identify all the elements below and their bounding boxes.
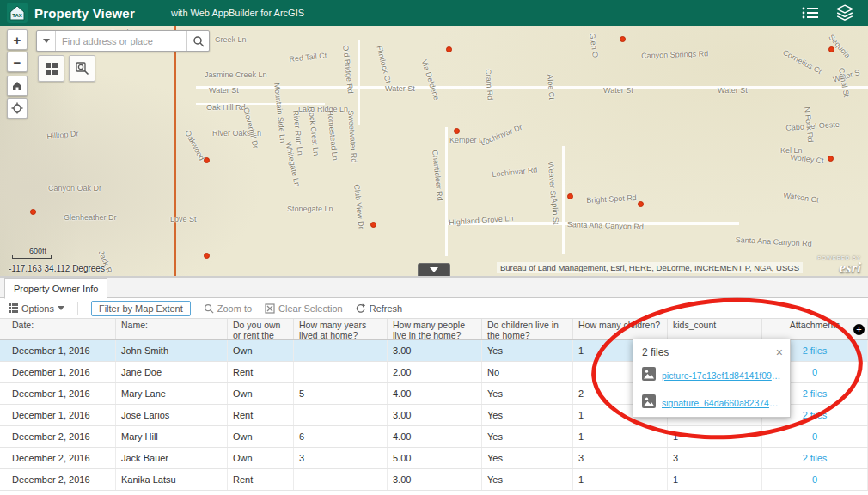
property-marker[interactable] (370, 222, 376, 228)
column-header[interactable]: Do children live in the home? (482, 319, 573, 339)
property-marker[interactable] (204, 253, 210, 259)
attachments-link[interactable]: 2 files (803, 410, 828, 420)
search-button[interactable] (186, 31, 209, 51)
property-marker[interactable] (828, 46, 834, 52)
table-cell: Own (228, 448, 294, 468)
layers-icon (835, 4, 854, 21)
options-button[interactable]: Options (9, 303, 64, 314)
app-title: Property Viewer (34, 6, 135, 21)
table-row[interactable]: December 2, 2016Jack BauerOwn35.00Yes332… (0, 448, 868, 469)
property-marker[interactable] (454, 128, 460, 134)
property-marker[interactable] (204, 157, 210, 163)
app-header: TAX Property Viewer with Web AppBuilder … (0, 0, 868, 26)
table-cell: 4.00 (388, 383, 482, 404)
zoom-to-button[interactable]: Zoom to (204, 303, 252, 314)
table-cell: Kanika Latsu (116, 469, 228, 490)
table-cell: Yes (482, 340, 573, 361)
table-cell: 0 (762, 469, 868, 490)
attachments-link[interactable]: 2 files (803, 345, 828, 356)
street-label: Chanticleer Rd (431, 150, 444, 201)
chevron-down-icon (430, 267, 438, 272)
street-label: Cornelius Ct (781, 48, 822, 76)
property-marker[interactable] (620, 36, 626, 42)
attachment-file-link[interactable]: picture-17c13ef1d84141f094... (662, 370, 781, 381)
table-cell: John Smith (116, 340, 228, 361)
table-cell: 3.00 (388, 405, 482, 425)
street-label: Flintlock Ct (375, 45, 392, 84)
column-header[interactable]: Name: (116, 319, 228, 339)
street-label: Creek Ln (215, 35, 247, 44)
table-cell: 1 (573, 469, 668, 490)
zoom-in-button[interactable]: + (7, 29, 28, 50)
table-row[interactable]: December 2, 2016Kanika LatsuRent3.00Yes1… (0, 469, 868, 491)
property-marker[interactable] (638, 201, 644, 207)
table-row[interactable]: December 2, 2016Mary HillOwn64.00Yes110 (0, 426, 868, 448)
street-label: Water St (209, 86, 239, 95)
attachment-file-link[interactable]: signature_64da660a823749c... (662, 398, 781, 408)
toolbar-divider (77, 302, 78, 315)
home-icon (11, 80, 23, 92)
highlighted-road-line (174, 26, 176, 276)
property-marker[interactable] (828, 156, 834, 162)
property-marker[interactable] (30, 209, 36, 215)
refresh-button[interactable]: Refresh (356, 303, 403, 314)
query-widget-button[interactable] (69, 55, 95, 82)
attachments-link[interactable]: 0 (812, 367, 817, 377)
attachments-link[interactable]: 0 (812, 431, 817, 442)
street-label: Water St (385, 84, 415, 93)
app-subtitle: with Web AppBuilder for ArcGIS (171, 8, 304, 18)
table-cell: Jose Larios (116, 405, 228, 425)
popup-title: 2 files (642, 346, 669, 358)
app-logo: TAX (7, 3, 28, 23)
zoom-out-button[interactable]: − (7, 52, 28, 72)
column-header[interactable]: How many people live in the home? (388, 319, 482, 339)
attachments-link[interactable]: 0 (812, 474, 817, 485)
street-label: Water St (718, 86, 748, 95)
table-cell: 2.00 (388, 362, 482, 382)
street-label: Red Tail Ct (289, 51, 327, 64)
map-canvas[interactable]: Creek LnCreek LnRed Tail CtFlintlock CtV… (0, 26, 868, 276)
table-cell: 3.00 (388, 469, 482, 490)
table-cell: Yes (482, 448, 573, 468)
road-line (196, 86, 868, 89)
close-icon[interactable]: × (776, 347, 783, 358)
search-input[interactable] (56, 31, 186, 51)
refresh-label: Refresh (370, 303, 403, 314)
svg-text:TAX: TAX (12, 13, 22, 18)
search-source-dropdown[interactable] (37, 31, 56, 51)
house-tax-icon: TAX (9, 4, 26, 21)
attachments-link[interactable]: 2 files (803, 453, 828, 463)
clear-selection-button[interactable]: Clear Selection (265, 303, 343, 314)
property-marker[interactable] (446, 46, 452, 52)
street-label: Watson Ct (783, 191, 820, 205)
street-label: Worley Ct (790, 153, 824, 165)
basemap-gallery-button[interactable] (38, 55, 64, 82)
legend-list-button[interactable] (799, 3, 822, 22)
grid-icon (45, 62, 58, 76)
column-header[interactable]: Date: (0, 319, 116, 339)
column-header[interactable]: How many years lived at home? (294, 319, 388, 339)
column-header[interactable]: Attachments (762, 319, 868, 339)
table-cell: 3.00 (388, 340, 482, 361)
property-marker[interactable] (567, 193, 573, 199)
table-tab-strip: Property Owner Info (0, 278, 868, 298)
table-cell: 3 (294, 448, 388, 468)
column-header[interactable]: How many children? (573, 319, 668, 339)
home-extent-button[interactable] (7, 76, 28, 96)
tab-property-owner-info[interactable]: Property Owner Info (4, 278, 107, 299)
attachment-item: picture-17c13ef1d84141f094... (633, 362, 790, 389)
table-cell: Own (228, 340, 294, 361)
table-cell: Jane Doe (116, 362, 228, 382)
column-header[interactable]: kids_count (668, 319, 762, 339)
my-location-button[interactable] (7, 98, 28, 119)
street-label: Canyon Springs Rd (641, 49, 708, 60)
column-options-button[interactable]: + (853, 324, 865, 335)
street-label: Weaver St (547, 162, 558, 198)
column-header[interactable]: Do you own or rent the home? (228, 319, 294, 339)
table-cell: Rent (228, 405, 294, 425)
panel-collapse-button[interactable] (418, 263, 450, 276)
filter-by-map-extent-button[interactable]: Filter by Map Extent (91, 301, 191, 316)
attachments-link[interactable]: 2 files (803, 388, 828, 399)
layers-button[interactable] (834, 3, 856, 22)
street-label: Jasmine Creek Ln (205, 70, 267, 79)
